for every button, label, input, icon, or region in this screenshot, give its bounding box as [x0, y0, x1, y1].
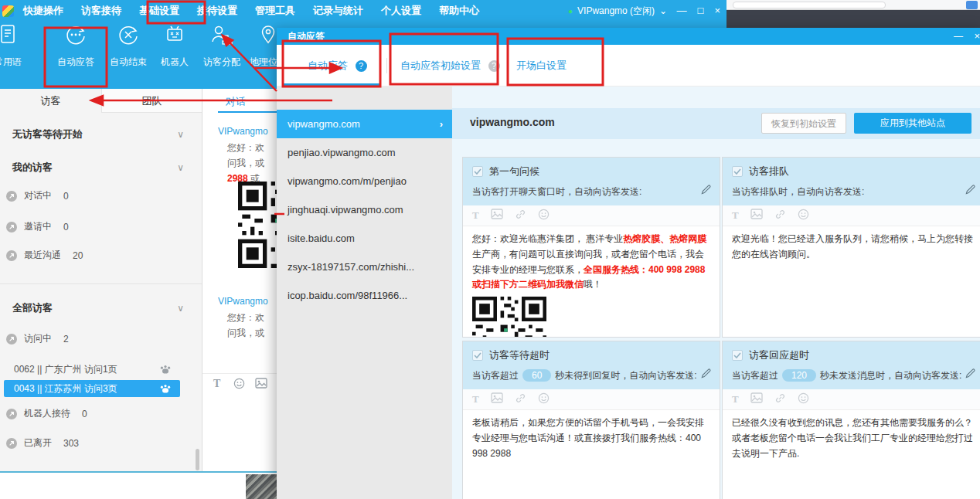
sidebar-item-robot-reception[interactable]: 机器人接待 0 [6, 407, 192, 420]
close-button[interactable]: × [714, 5, 720, 16]
site-row[interactable]: icop.baidu.com/98f11966... [277, 281, 452, 310]
menu-item-records-statistics[interactable]: 记录与统计 [313, 4, 363, 18]
menu-item-quick-actions[interactable]: 快捷操作 [23, 4, 63, 18]
tab-conversation[interactable]: 对话 [226, 95, 246, 109]
screen: 快捷操作 访客接待 基础设置 接待设置 管理工具 记录与统计 个人设置 帮助中心… [0, 0, 980, 499]
paw-icon [160, 365, 171, 374]
divider [202, 373, 277, 374]
timeout-seconds-field[interactable]: 60 [522, 369, 551, 382]
image-icon[interactable] [750, 392, 763, 406]
menu-item-personal-settings[interactable]: 个人设置 [381, 4, 421, 18]
image-icon[interactable] [491, 209, 503, 222]
agent-status-dropdown[interactable]: ● VIPwangmo (空闲) ⌄ [568, 0, 667, 22]
text-format-icon[interactable]: T [472, 393, 479, 406]
menu-item-visitor-reception[interactable]: 访客接待 [81, 4, 121, 18]
checkbox-checked[interactable] [732, 350, 743, 361]
reply-message-text: 已经很久没有收到您的讯息，您还有其他需要我服务的么？或者老板您留个电话一会我让我… [723, 410, 980, 467]
toolbar-item-canned-replies[interactable]: 常用语 [0, 23, 36, 69]
card-header: 第一句问候 当访客打开聊天窗口时，自动向访客发送: [463, 158, 720, 205]
sidebar-tab-visitors[interactable]: 访客 [0, 89, 101, 113]
document-icon [0, 23, 36, 51]
card-first-greeting: 第一句问候 当访客打开聊天窗口时，自动向访客发送: T 您好：欢迎光临惠洋集团，… [462, 157, 720, 338]
timeout-seconds-field[interactable]: 120 [782, 369, 816, 382]
text-format-icon[interactable]: T [732, 393, 739, 406]
sidebar-item-inviting[interactable]: 邀请中 0 [6, 220, 192, 233]
group-all-visitors[interactable]: 全部访客 ∨ [12, 301, 190, 315]
panel-header: vipwangmo.com 恢复到初始设置 应用到其他站点 [452, 108, 980, 139]
image-icon[interactable] [750, 209, 763, 222]
link-icon[interactable] [774, 392, 786, 407]
background-blue-button-fragment [966, 1, 978, 9]
sidebar-item-left[interactable]: 已离开 303 [6, 436, 192, 450]
background-searchbox-fragment [733, 2, 886, 8]
restore-defaults-button[interactable]: 恢复到初始设置 [761, 113, 846, 134]
dialog-content: vipwangmo.com › penjiao.vipwangmo.com vi… [277, 87, 980, 499]
emoji-icon[interactable] [798, 392, 809, 407]
group-my-visitors[interactable]: 我的访客 ∨ [12, 161, 190, 175]
active-tab-underline [218, 111, 278, 113]
toolbar-item-auto-reply[interactable]: 自动应答 [48, 23, 104, 69]
tab-auto-reply[interactable]: 自动应答 ? [308, 45, 367, 87]
status-dot-icon [6, 222, 17, 233]
site-row[interactable]: isite.baidu.com [277, 224, 452, 253]
menu-item-management-tools[interactable]: 管理工具 [255, 4, 295, 18]
menu-item-basic-settings[interactable]: 基础设置 [139, 4, 179, 18]
visitor-row-0062[interactable]: 0062 || 广东广州 访问1页 [4, 361, 180, 378]
card-visitor-wait-timeout: 访客等待超时 当访客超过60秒未得到回复时，自动向访客发送: T [462, 341, 720, 499]
link-icon[interactable] [774, 209, 786, 223]
sidebar-scrollbar[interactable] [196, 449, 199, 470]
group-no-visitor-waiting[interactable]: 无访客等待开始 ∨ [12, 127, 190, 141]
link-icon[interactable] [515, 392, 526, 407]
emoji-icon[interactable] [798, 209, 809, 223]
link-icon[interactable] [515, 209, 526, 223]
site-row[interactable]: vipwangmo.com/m/penjiao [277, 167, 452, 195]
sidebar-tab-team[interactable]: 团队 [101, 89, 202, 113]
image-icon[interactable] [255, 378, 267, 391]
auto-reply-icon [48, 23, 104, 51]
sidebar-item-in-conversation[interactable]: 对话中 0 [6, 189, 192, 202]
dialog-close-button[interactable]: × [974, 28, 980, 45]
emoji-icon[interactable] [538, 392, 550, 407]
edit-pencil-icon[interactable] [965, 368, 976, 382]
visitor-row-0043-selected[interactable]: 0043 || 江苏苏州 访问3页 [4, 380, 180, 397]
divider [386, 58, 387, 73]
site-row[interactable]: jinghuaqi.vipwangmo.com [277, 195, 452, 224]
text-format-icon[interactable]: T [213, 378, 220, 390]
checkbox-checked[interactable] [472, 166, 483, 177]
active-tab-underline [283, 83, 380, 86]
site-row[interactable]: zsyx-18197157.com/zhishi... [277, 253, 452, 281]
maximize-button[interactable]: □ [698, 5, 704, 16]
apply-to-other-sites-button[interactable]: 应用到其他站点 [854, 113, 971, 134]
image-icon[interactable] [491, 392, 503, 406]
card-header: 访客回应超时 当访客超过120秒未发送消息时，自动向访客发送: [723, 341, 980, 389]
sidebar-item-recent-contacts[interactable]: 最近沟通 20 [6, 249, 192, 262]
message-line: 问我，或 [227, 327, 264, 340]
background-browser-strip [726, 0, 980, 10]
text-format-icon[interactable]: T [732, 209, 739, 222]
site-row[interactable]: penjiao.vipwangmo.com [277, 138, 452, 167]
menu-item-reception-settings[interactable]: 接待设置 [197, 4, 237, 18]
minimize-button[interactable]: — [677, 5, 687, 16]
edit-pencil-icon[interactable] [965, 184, 976, 199]
editor-toolbar: T [463, 389, 720, 410]
tab-opening-message-settings[interactable]: 开场白设置 [516, 45, 567, 87]
reply-message-text: 老板请稍后，如果您方便的话留个手机号码，一会我安排专业经理与您电话沟通！或直接拨… [463, 410, 720, 467]
tab-auto-reply-initial-settings[interactable]: 自动应答初始设置 ? [400, 45, 500, 87]
emoji-icon[interactable] [233, 378, 245, 392]
dialog-minimize-button[interactable]: — [954, 28, 963, 45]
chevron-down-icon: ∨ [177, 129, 184, 140]
site-row-selected[interactable]: vipwangmo.com › [277, 110, 452, 138]
help-icon[interactable]: ? [488, 60, 500, 72]
menu-item-help-center[interactable]: 帮助中心 [439, 4, 479, 18]
status-dot-icon [6, 191, 17, 202]
edit-pencil-icon[interactable] [700, 368, 712, 382]
checkbox-checked[interactable] [732, 166, 743, 177]
paw-icon [160, 384, 171, 393]
emoji-icon[interactable] [538, 209, 550, 223]
chevron-right-icon: › [440, 110, 443, 138]
text-format-icon[interactable]: T [472, 209, 479, 222]
help-icon[interactable]: ? [356, 60, 367, 72]
sidebar-item-visiting[interactable]: 访问中 2 [6, 332, 192, 345]
edit-pencil-icon[interactable] [700, 184, 712, 199]
checkbox-checked[interactable] [472, 350, 483, 361]
